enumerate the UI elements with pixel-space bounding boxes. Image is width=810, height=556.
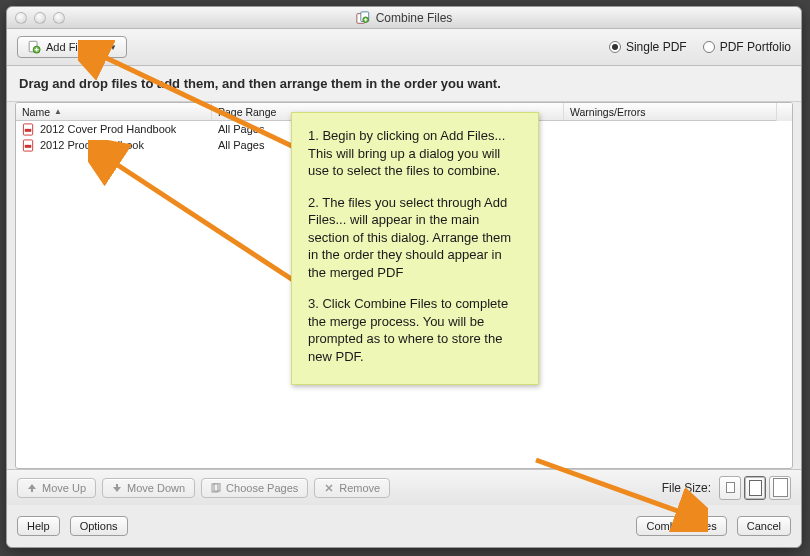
add-files-plus-icon — [27, 40, 41, 54]
scroll-corner — [776, 103, 792, 121]
cancel-button[interactable]: Cancel — [737, 516, 791, 536]
remove-x-icon — [324, 483, 334, 493]
column-name[interactable]: Name ▲ — [16, 103, 212, 120]
add-files-button[interactable]: Add Files... ▼ — [17, 36, 127, 58]
page-large-icon — [773, 478, 788, 497]
lower-toolbar: Move Up Move Down Choose Pages Remove Fi… — [7, 469, 801, 505]
column-warnings[interactable]: Warnings/Errors — [564, 103, 792, 120]
arrow-down-icon — [112, 483, 122, 493]
svg-rect-8 — [25, 144, 31, 147]
output-type-group: Single PDF PDF Portfolio — [609, 40, 791, 54]
choose-pages-button[interactable]: Choose Pages — [201, 478, 308, 498]
combine-files-icon — [356, 11, 370, 25]
window-title: Combine Files — [376, 11, 453, 25]
file-size-small-button[interactable] — [719, 476, 741, 500]
move-down-button[interactable]: Move Down — [102, 478, 195, 498]
file-name: 2012 Prod Handbook — [40, 139, 144, 151]
radio-checked-icon — [609, 41, 621, 53]
sort-indicator-icon: ▲ — [54, 107, 62, 116]
page-small-icon — [726, 482, 735, 493]
file-size-icons — [719, 476, 791, 500]
svg-rect-1 — [360, 11, 368, 21]
file-size-label: File Size: — [662, 481, 711, 495]
single-pdf-label: Single PDF — [626, 40, 687, 54]
chevron-down-icon: ▼ — [109, 43, 117, 52]
pdf-icon — [22, 123, 35, 136]
svg-rect-13 — [773, 479, 787, 497]
svg-point-2 — [362, 16, 368, 22]
svg-rect-6 — [25, 128, 31, 131]
pdf-portfolio-label: PDF Portfolio — [720, 40, 791, 54]
titlebar: Combine Files — [7, 7, 801, 29]
file-range: All Pages — [218, 139, 264, 151]
zoom-window-button[interactable] — [53, 12, 65, 24]
svg-rect-11 — [726, 483, 734, 493]
svg-rect-12 — [749, 480, 761, 495]
minimize-window-button[interactable] — [34, 12, 46, 24]
toolbar: Add Files... ▼ Single PDF PDF Portfolio — [7, 29, 801, 66]
help-button[interactable]: Help — [17, 516, 60, 536]
move-up-button[interactable]: Move Up — [17, 478, 96, 498]
annotation-callout: 1. Begin by clicking on Add Files... Thi… — [291, 112, 539, 385]
remove-button[interactable]: Remove — [314, 478, 390, 498]
bottom-bar: Help Options Combine Files Cancel — [7, 505, 801, 547]
combine-files-button[interactable]: Combine Files — [636, 516, 726, 536]
pages-icon — [211, 483, 221, 493]
callout-step-1: 1. Begin by clicking on Add Files... Thi… — [308, 127, 522, 180]
callout-step-2: 2. The files you select through Add File… — [308, 194, 522, 282]
arrow-up-icon — [27, 483, 37, 493]
window-controls — [15, 12, 65, 24]
file-size-medium-button[interactable] — [744, 476, 766, 500]
close-window-button[interactable] — [15, 12, 27, 24]
radio-unchecked-icon — [703, 41, 715, 53]
file-name: 2012 Cover Prod Handbook — [40, 123, 176, 135]
file-size-large-button[interactable] — [769, 476, 791, 500]
file-range: All Pages — [218, 123, 264, 135]
pdf-icon — [22, 139, 35, 152]
options-button[interactable]: Options — [70, 516, 128, 536]
svg-rect-0 — [357, 13, 365, 23]
instruction-text: Drag and drop files to add them, and the… — [7, 66, 801, 102]
add-files-label: Add Files... — [46, 41, 101, 53]
pdf-portfolio-radio[interactable]: PDF Portfolio — [703, 40, 791, 54]
page-medium-icon — [749, 480, 762, 496]
callout-step-3: 3. Click Combine Files to complete the m… — [308, 295, 522, 365]
single-pdf-radio[interactable]: Single PDF — [609, 40, 687, 54]
